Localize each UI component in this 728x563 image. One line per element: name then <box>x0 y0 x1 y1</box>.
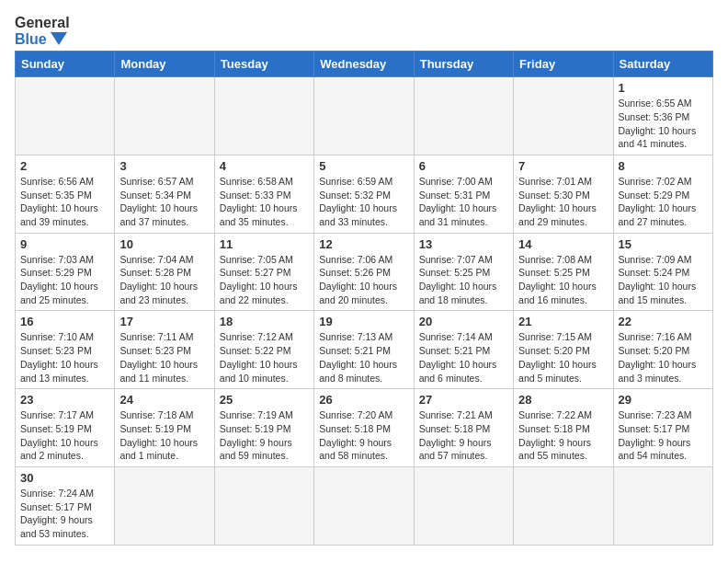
day-info: Sunrise: 7:05 AM Sunset: 5:27 PM Dayligh… <box>220 253 309 307</box>
day-number: 4 <box>220 159 309 173</box>
calendar-cell: 28Sunrise: 7:22 AM Sunset: 5:18 PM Dayli… <box>514 389 613 467</box>
day-info: Sunrise: 7:02 AM Sunset: 5:29 PM Dayligh… <box>619 175 708 229</box>
day-number: 24 <box>119 393 209 407</box>
calendar-cell: 21Sunrise: 7:15 AM Sunset: 5:20 PM Dayli… <box>514 311 613 389</box>
calendar-cell: 26Sunrise: 7:20 AM Sunset: 5:18 PM Dayli… <box>314 389 414 467</box>
day-info: Sunrise: 7:07 AM Sunset: 5:25 PM Dayligh… <box>419 253 508 307</box>
calendar-cell <box>613 466 712 545</box>
day-number: 14 <box>518 237 608 251</box>
calendar-cell: 13Sunrise: 7:07 AM Sunset: 5:25 PM Dayli… <box>414 233 513 311</box>
calendar-cell: 22Sunrise: 7:16 AM Sunset: 5:20 PM Dayli… <box>613 311 712 389</box>
calendar: SundayMondayTuesdayWednesdayThursdayFrid… <box>15 51 713 546</box>
day-number: 17 <box>119 315 209 328</box>
day-number: 20 <box>419 315 508 328</box>
calendar-cell <box>514 77 613 155</box>
logo-general: General <box>15 15 70 31</box>
calendar-cell: 30Sunrise: 7:24 AM Sunset: 5:17 PM Dayli… <box>16 466 115 545</box>
calendar-header-friday: Friday <box>514 52 613 77</box>
calendar-header-saturday: Saturday <box>613 52 712 77</box>
calendar-cell <box>514 466 613 545</box>
calendar-cell: 7Sunrise: 7:01 AM Sunset: 5:30 PM Daylig… <box>514 155 613 233</box>
day-info: Sunrise: 7:16 AM Sunset: 5:20 PM Dayligh… <box>619 330 708 385</box>
calendar-cell: 27Sunrise: 7:21 AM Sunset: 5:18 PM Dayli… <box>414 389 513 467</box>
calendar-cell: 14Sunrise: 7:08 AM Sunset: 5:25 PM Dayli… <box>514 233 613 311</box>
day-number: 28 <box>518 393 608 407</box>
calendar-cell: 3Sunrise: 6:57 AM Sunset: 5:34 PM Daylig… <box>115 155 214 233</box>
day-info: Sunrise: 7:20 AM Sunset: 5:18 PM Dayligh… <box>319 408 408 463</box>
day-number: 2 <box>20 159 109 173</box>
calendar-cell <box>115 466 214 545</box>
day-number: 27 <box>419 393 508 407</box>
day-info: Sunrise: 7:17 AM Sunset: 5:19 PM Dayligh… <box>20 408 109 463</box>
calendar-cell: 11Sunrise: 7:05 AM Sunset: 5:27 PM Dayli… <box>214 233 313 311</box>
calendar-header-sunday: Sunday <box>16 52 115 77</box>
day-info: Sunrise: 7:06 AM Sunset: 5:26 PM Dayligh… <box>319 253 408 307</box>
day-info: Sunrise: 7:11 AM Sunset: 5:23 PM Dayligh… <box>119 330 209 385</box>
calendar-cell <box>16 77 115 155</box>
day-number: 29 <box>619 393 708 407</box>
day-number: 30 <box>20 471 109 485</box>
day-number: 7 <box>518 159 608 173</box>
day-number: 18 <box>220 315 309 328</box>
day-info: Sunrise: 7:13 AM Sunset: 5:21 PM Dayligh… <box>319 330 408 385</box>
day-info: Sunrise: 7:22 AM Sunset: 5:18 PM Dayligh… <box>518 408 608 463</box>
day-number: 16 <box>20 315 109 328</box>
calendar-week-row: 1Sunrise: 6:55 AM Sunset: 5:36 PM Daylig… <box>16 77 713 155</box>
day-info: Sunrise: 6:59 AM Sunset: 5:32 PM Dayligh… <box>319 175 408 229</box>
day-info: Sunrise: 6:58 AM Sunset: 5:33 PM Dayligh… <box>220 175 309 229</box>
day-number: 6 <box>419 159 508 173</box>
day-number: 26 <box>319 393 408 407</box>
calendar-cell <box>414 466 513 545</box>
day-info: Sunrise: 6:56 AM Sunset: 5:35 PM Dayligh… <box>20 175 109 229</box>
day-info: Sunrise: 7:21 AM Sunset: 5:18 PM Dayligh… <box>419 408 508 463</box>
day-number: 11 <box>220 237 309 251</box>
calendar-cell: 19Sunrise: 7:13 AM Sunset: 5:21 PM Dayli… <box>314 311 414 389</box>
calendar-cell <box>314 466 414 545</box>
calendar-cell: 1Sunrise: 6:55 AM Sunset: 5:36 PM Daylig… <box>613 77 712 155</box>
day-number: 22 <box>619 315 708 328</box>
day-number: 8 <box>619 159 708 173</box>
calendar-cell: 4Sunrise: 6:58 AM Sunset: 5:33 PM Daylig… <box>214 155 313 233</box>
day-info: Sunrise: 7:19 AM Sunset: 5:19 PM Dayligh… <box>220 408 309 463</box>
calendar-week-row: 23Sunrise: 7:17 AM Sunset: 5:19 PM Dayli… <box>16 389 713 467</box>
calendar-week-row: 30Sunrise: 7:24 AM Sunset: 5:17 PM Dayli… <box>16 466 713 545</box>
svg-marker-0 <box>51 32 67 45</box>
calendar-cell: 2Sunrise: 6:56 AM Sunset: 5:35 PM Daylig… <box>16 155 115 233</box>
calendar-cell: 20Sunrise: 7:14 AM Sunset: 5:21 PM Dayli… <box>414 311 513 389</box>
day-info: Sunrise: 7:14 AM Sunset: 5:21 PM Dayligh… <box>419 330 508 385</box>
day-info: Sunrise: 7:24 AM Sunset: 5:17 PM Dayligh… <box>20 487 109 541</box>
calendar-cell: 18Sunrise: 7:12 AM Sunset: 5:22 PM Dayli… <box>214 311 313 389</box>
day-number: 23 <box>20 393 109 407</box>
day-info: Sunrise: 7:10 AM Sunset: 5:23 PM Dayligh… <box>20 330 109 385</box>
calendar-cell: 16Sunrise: 7:10 AM Sunset: 5:23 PM Dayli… <box>16 311 115 389</box>
calendar-header-monday: Monday <box>115 52 214 77</box>
calendar-header-row: SundayMondayTuesdayWednesdayThursdayFrid… <box>16 52 713 77</box>
calendar-cell: 25Sunrise: 7:19 AM Sunset: 5:19 PM Dayli… <box>214 389 313 467</box>
day-number: 21 <box>518 315 608 328</box>
day-number: 10 <box>119 237 209 251</box>
calendar-cell <box>314 77 414 155</box>
day-number: 5 <box>319 159 408 173</box>
day-number: 13 <box>419 237 508 251</box>
calendar-cell: 17Sunrise: 7:11 AM Sunset: 5:23 PM Dayli… <box>115 311 214 389</box>
day-info: Sunrise: 7:08 AM Sunset: 5:25 PM Dayligh… <box>518 253 608 307</box>
calendar-cell <box>214 77 313 155</box>
day-info: Sunrise: 7:00 AM Sunset: 5:31 PM Dayligh… <box>419 175 508 229</box>
calendar-cell: 8Sunrise: 7:02 AM Sunset: 5:29 PM Daylig… <box>613 155 712 233</box>
calendar-header-thursday: Thursday <box>414 52 513 77</box>
calendar-cell: 10Sunrise: 7:04 AM Sunset: 5:28 PM Dayli… <box>115 233 214 311</box>
calendar-cell: 6Sunrise: 7:00 AM Sunset: 5:31 PM Daylig… <box>414 155 513 233</box>
calendar-week-row: 2Sunrise: 6:56 AM Sunset: 5:35 PM Daylig… <box>16 155 713 233</box>
day-info: Sunrise: 6:57 AM Sunset: 5:34 PM Dayligh… <box>119 175 209 229</box>
calendar-header-wednesday: Wednesday <box>314 52 414 77</box>
day-info: Sunrise: 7:18 AM Sunset: 5:19 PM Dayligh… <box>119 408 209 463</box>
day-number: 15 <box>619 237 708 251</box>
calendar-cell: 5Sunrise: 6:59 AM Sunset: 5:32 PM Daylig… <box>314 155 414 233</box>
day-number: 25 <box>220 393 309 407</box>
calendar-week-row: 9Sunrise: 7:03 AM Sunset: 5:29 PM Daylig… <box>16 233 713 311</box>
calendar-header-tuesday: Tuesday <box>214 52 313 77</box>
calendar-cell: 24Sunrise: 7:18 AM Sunset: 5:19 PM Dayli… <box>115 389 214 467</box>
day-info: Sunrise: 6:55 AM Sunset: 5:36 PM Dayligh… <box>619 97 708 151</box>
day-number: 3 <box>119 159 209 173</box>
calendar-cell <box>414 77 513 155</box>
